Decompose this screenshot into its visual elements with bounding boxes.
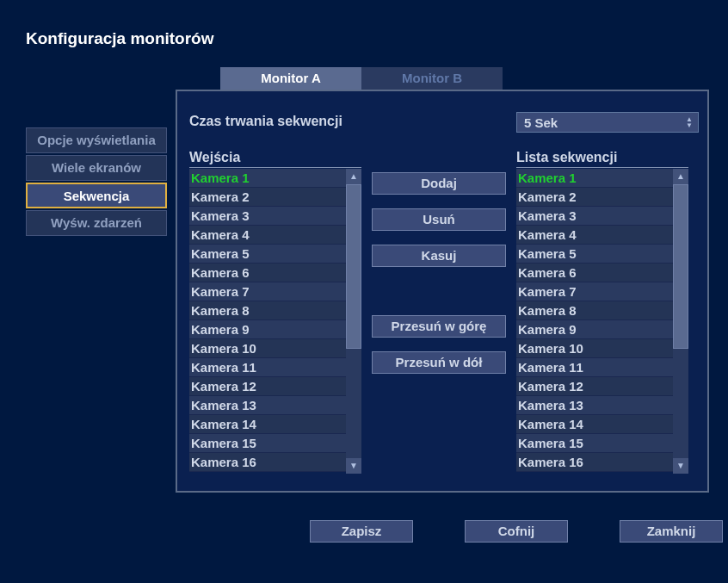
add-button[interactable]: Dodaj: [372, 172, 506, 195]
list-item[interactable]: Kamera 1: [516, 169, 673, 188]
side-item-display-options[interactable]: Opcje wyświetlania: [26, 127, 167, 153]
spinner-arrows-icon: ▲▼: [686, 116, 693, 128]
list-item[interactable]: Kamera 9: [189, 320, 346, 339]
side-menu: Opcje wyświetlania Wiele ekranów Sekwenc…: [26, 127, 167, 238]
list-item[interactable]: Kamera 11: [189, 358, 346, 377]
sequence-list-column: Lista sekwencji Kamera 1Kamera 2Kamera 3…: [516, 150, 688, 474]
tab-monitor-b[interactable]: Monitor B: [361, 67, 503, 90]
list-item[interactable]: Kamera 16: [516, 453, 673, 472]
scroll-up-icon[interactable]: ▲: [673, 169, 688, 184]
save-button[interactable]: Zapisz: [310, 520, 413, 543]
list-item[interactable]: Kamera 7: [189, 282, 346, 301]
list-item[interactable]: Kamera 10: [189, 339, 346, 358]
sequence-listbox[interactable]: Kamera 1Kamera 2Kamera 3Kamera 4Kamera 5…: [516, 169, 673, 474]
inputs-scrollbar[interactable]: ▲ ▼: [346, 169, 361, 474]
inputs-column: Wejścia Kamera 1Kamera 2Kamera 3Kamera 4…: [189, 150, 361, 474]
list-item[interactable]: Kamera 7: [516, 282, 673, 301]
list-item[interactable]: Kamera 2: [189, 188, 346, 207]
sequence-duration-label: Czas trwania sekwencji: [189, 114, 342, 129]
monitor-tabs: Monitor A Monitor B: [220, 67, 503, 90]
undo-button[interactable]: Cofnij: [465, 520, 568, 543]
list-item[interactable]: Kamera 12: [189, 377, 346, 396]
side-item-sequence[interactable]: Sekwencja: [26, 183, 167, 208]
list-item[interactable]: Kamera 13: [189, 396, 346, 415]
dropdown-value: 5 Sek: [524, 115, 558, 130]
close-button[interactable]: Zamknij: [620, 520, 723, 543]
scroll-thumb[interactable]: [346, 184, 361, 349]
sequence-list-header: Lista sekwencji: [516, 150, 688, 168]
footer-buttons: Zapisz Cofnij Zamknij: [310, 520, 723, 543]
list-item[interactable]: Kamera 5: [189, 245, 346, 264]
list-item[interactable]: Kamera 5: [516, 245, 673, 264]
sequence-scrollbar[interactable]: ▲ ▼: [673, 169, 688, 474]
content-panel: Czas trwania sekwencji 5 Sek ▲▼ Wejścia …: [176, 90, 709, 493]
side-item-event-display[interactable]: Wyśw. zdarzeń: [26, 210, 167, 236]
sequence-duration-dropdown[interactable]: 5 Sek ▲▼: [516, 112, 699, 133]
list-item[interactable]: Kamera 4: [516, 226, 673, 245]
list-item[interactable]: Kamera 10: [516, 339, 673, 358]
list-item[interactable]: Kamera 11: [516, 358, 673, 377]
side-item-multi-screen[interactable]: Wiele ekranów: [26, 155, 167, 181]
list-item[interactable]: Kamera 15: [516, 434, 673, 453]
middle-button-group: Dodaj Usuń Kasuj Przesuń w górę Przesuń …: [372, 172, 506, 388]
inputs-header: Wejścia: [189, 150, 361, 168]
list-item[interactable]: Kamera 4: [189, 226, 346, 245]
remove-button[interactable]: Usuń: [372, 208, 506, 231]
list-item[interactable]: Kamera 1: [189, 169, 346, 188]
scroll-down-icon[interactable]: ▼: [673, 458, 688, 474]
list-item[interactable]: Kamera 14: [189, 415, 346, 434]
scroll-thumb[interactable]: [673, 184, 688, 349]
list-item[interactable]: Kamera 3: [189, 207, 346, 226]
list-item[interactable]: Kamera 3: [516, 207, 673, 226]
list-item[interactable]: Kamera 14: [516, 415, 673, 434]
list-item[interactable]: Kamera 6: [189, 264, 346, 282]
move-down-button[interactable]: Przesuń w dół: [372, 351, 506, 374]
list-item[interactable]: Kamera 8: [189, 301, 346, 320]
scroll-track[interactable]: [346, 184, 361, 458]
move-up-button[interactable]: Przesuń w górę: [372, 315, 506, 338]
scroll-track[interactable]: [673, 184, 688, 458]
page-title: Konfiguracja monitorów: [26, 29, 214, 48]
tab-monitor-a[interactable]: Monitor A: [220, 67, 361, 90]
scroll-down-icon[interactable]: ▼: [346, 458, 361, 474]
list-item[interactable]: Kamera 8: [516, 301, 673, 320]
list-item[interactable]: Kamera 2: [516, 188, 673, 207]
list-item[interactable]: Kamera 6: [516, 264, 673, 282]
inputs-listbox[interactable]: Kamera 1Kamera 2Kamera 3Kamera 4Kamera 5…: [189, 169, 346, 474]
list-item[interactable]: Kamera 13: [516, 396, 673, 415]
list-item[interactable]: Kamera 16: [189, 453, 346, 472]
list-item[interactable]: Kamera 12: [516, 377, 673, 396]
scroll-up-icon[interactable]: ▲: [346, 169, 361, 184]
list-item[interactable]: Kamera 9: [516, 320, 673, 339]
list-item[interactable]: Kamera 15: [189, 434, 346, 453]
clear-button[interactable]: Kasuj: [372, 245, 506, 267]
